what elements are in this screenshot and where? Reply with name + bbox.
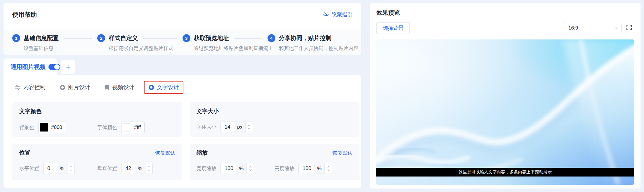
font-color-swatch xyxy=(123,123,131,132)
preview-image: 这里是可以输入文字内容，多条内容上下滚动展示 xyxy=(376,39,634,185)
sticker-enable-toggle[interactable] xyxy=(48,64,60,70)
select-background-label: 选择背景 xyxy=(383,25,404,32)
horizontal-position-value: 0 xyxy=(44,163,57,174)
width-scale-unit: % xyxy=(236,163,247,174)
sticker-tab-strip: 通用图片视频 ⋮ + xyxy=(4,58,75,75)
chevron-down-icon xyxy=(614,25,618,31)
step-4: 4 分享协同，贴片控制 和其他工作人员协同，控制贴片内容 xyxy=(268,34,353,55)
hide-guide-link[interactable]: 隐藏指引 xyxy=(323,11,353,19)
step-3: 3 获取预览地址 通过预览地址将贴片叠加到直播流上 xyxy=(183,34,268,55)
position-card: 位置 恢复默认 水平位置 0 % 垂直位置 xyxy=(12,144,182,180)
tab-content-control-label: 内容控制 xyxy=(23,84,46,91)
height-scale-value: 100 xyxy=(299,163,314,174)
text-color-card: 文字颜色 背景色 #000 字体颜色 #fff xyxy=(12,102,182,137)
design-tabs: 内容控制 图片设计 视频设计 文字设计 xyxy=(4,75,361,91)
horizontal-position-field: 水平位置 0 % xyxy=(19,163,97,174)
tab-text-design-label: 文字设计 xyxy=(157,84,179,91)
font-size-field: 字体大小 14 px xyxy=(197,122,353,132)
toggle-knob xyxy=(54,64,60,70)
step-2: 2 样式自定义 根据需求自定义调整贴片样式 xyxy=(97,34,182,55)
width-scale-stepper[interactable] xyxy=(247,163,254,174)
aspect-ratio-value: 16:9 xyxy=(568,25,578,31)
help-title: 使用帮助 xyxy=(12,11,37,19)
vertical-position-input[interactable]: 42 % xyxy=(121,163,153,174)
horizontal-position-input[interactable]: 0 % xyxy=(43,163,75,174)
silk-wave-art xyxy=(376,39,634,185)
scale-card: 缩放 恢复默认 宽度缩放 100 % 高度缩放 xyxy=(190,144,360,180)
tab-content-control[interactable]: 内容控制 xyxy=(15,84,46,91)
tab-video-design[interactable]: 视频设计 xyxy=(104,84,134,91)
width-scale-label: 宽度缩放 xyxy=(197,165,216,172)
step-connector xyxy=(234,38,262,39)
step-4-number: 4 xyxy=(268,34,275,42)
tab-image-design[interactable]: 图片设计 xyxy=(60,84,90,91)
step-1-number: 1 xyxy=(12,34,20,42)
sticker-tab-general[interactable]: 通用图片视频 ⋮ xyxy=(4,58,57,75)
scale-reset-link[interactable]: 恢复默认 xyxy=(333,150,353,156)
font-color-field: 字体颜色 #fff xyxy=(97,122,175,133)
step-3-number: 3 xyxy=(183,34,190,42)
preview-title: 效果预览 xyxy=(376,9,400,17)
position-title: 位置 xyxy=(19,149,30,157)
fullscreen-icon xyxy=(626,25,632,31)
text-size-card: 文字大小 字体大小 14 px xyxy=(190,102,360,137)
height-scale-unit: % xyxy=(314,163,324,174)
horizontal-position-unit: % xyxy=(57,163,67,174)
horizontal-position-label: 水平位置 xyxy=(19,165,39,172)
select-background-button[interactable]: 选择背景 xyxy=(376,22,410,34)
step-4-desc: 和其他工作人员协同，控制贴片内容 xyxy=(279,45,353,52)
tab-image-design-label: 图片设计 xyxy=(68,84,90,91)
width-scale-input[interactable]: 100 % xyxy=(221,163,254,174)
sticker-tab-label: 通用图片视频 xyxy=(11,63,46,71)
vertical-position-unit: % xyxy=(135,163,145,174)
horizontal-position-stepper[interactable] xyxy=(67,163,74,174)
preview-card: 效果预览 选择背景 16:9 xyxy=(370,3,640,188)
plus-icon: + xyxy=(66,63,70,71)
bg-color-picker[interactable]: #000 xyxy=(38,122,66,133)
fullscreen-button[interactable] xyxy=(624,23,634,33)
preview-controls: 选择背景 16:9 xyxy=(376,22,634,34)
ring-icon-active xyxy=(148,84,154,90)
step-1: 1 基础信息配置 设置基础信息 xyxy=(12,34,97,55)
step-3-desc: 通过预览地址将贴片叠加到直播流上 xyxy=(194,45,268,52)
height-scale-label: 高度缩放 xyxy=(275,165,294,172)
font-size-unit: px xyxy=(234,122,245,132)
sliders-icon xyxy=(15,84,21,91)
step-4-title: 分享协同，贴片控制 xyxy=(279,34,331,42)
text-color-title: 文字颜色 xyxy=(19,108,41,115)
vertical-position-stepper[interactable] xyxy=(145,163,152,174)
font-size-label: 字体大小 xyxy=(197,124,216,130)
hide-guide-label: 隐藏指引 xyxy=(331,11,353,18)
font-size-value: 14 xyxy=(221,122,234,132)
ring-icon xyxy=(60,84,65,90)
position-reset-link[interactable]: 恢复默认 xyxy=(155,150,175,156)
height-scale-input[interactable]: 100 % xyxy=(298,163,332,174)
text-overlay-content: 这里是可以输入文字内容，多条内容上下滚动展示 xyxy=(459,169,552,175)
step-2-desc: 根据需求自定义调整贴片样式 xyxy=(109,45,182,52)
step-2-number: 2 xyxy=(97,34,105,42)
settings-grid: 文字颜色 背景色 #000 字体颜色 #fff xyxy=(12,102,360,180)
bookmark-icon xyxy=(104,84,110,90)
bg-color-label: 背景色 xyxy=(19,124,34,131)
height-scale-stepper[interactable] xyxy=(324,163,332,174)
step-connector xyxy=(143,38,177,39)
step-3-title: 获取预览地址 xyxy=(194,34,229,42)
eye-off-icon xyxy=(323,11,329,19)
bg-color-field: 背景色 #000 xyxy=(19,122,97,133)
add-sticker-button[interactable]: + xyxy=(61,60,75,74)
help-header: 使用帮助 隐藏指引 xyxy=(4,3,361,19)
text-overlay-bar: 这里是可以输入文字内容，多条内容上下滚动展示 xyxy=(376,168,634,177)
step-1-title: 基础信息配置 xyxy=(24,34,59,42)
tab-text-design[interactable]: 文字设计 xyxy=(148,84,179,91)
vertical-position-label: 垂直位置 xyxy=(97,165,117,172)
step-connector xyxy=(64,38,92,39)
font-color-value: #fff xyxy=(134,124,141,130)
font-color-picker[interactable]: #fff xyxy=(121,122,145,133)
font-size-stepper[interactable] xyxy=(245,122,253,132)
vertical-position-value: 42 xyxy=(121,163,135,174)
height-scale-field: 高度缩放 100 % xyxy=(275,163,353,174)
width-scale-value: 100 xyxy=(221,163,236,174)
aspect-ratio-select[interactable]: 16:9 xyxy=(564,23,622,33)
font-size-input[interactable]: 14 px xyxy=(221,122,253,132)
vertical-position-field: 垂直位置 42 % xyxy=(97,163,175,174)
